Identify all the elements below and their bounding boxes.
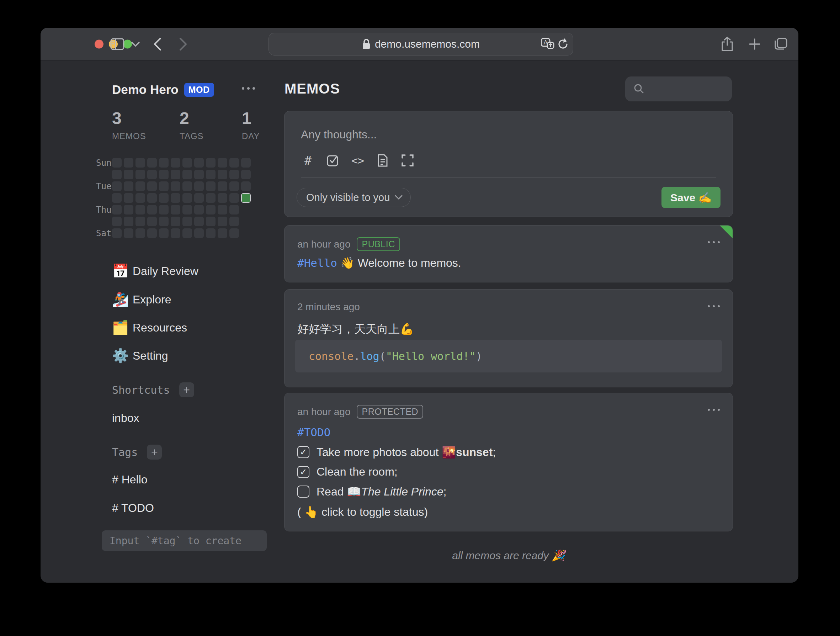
heatmap-cell[interactable] bbox=[136, 228, 145, 238]
translate-icon[interactable]: A bbox=[541, 33, 554, 55]
heatmap-cell[interactable] bbox=[124, 205, 133, 215]
heatmap-cell[interactable] bbox=[194, 205, 204, 215]
heatmap-cell[interactable] bbox=[229, 181, 239, 191]
fullscreen-icon[interactable] bbox=[400, 153, 415, 168]
search-input[interactable] bbox=[625, 76, 732, 101]
memo-more-icon[interactable] bbox=[708, 241, 720, 243]
save-button[interactable]: Save ✍️ bbox=[662, 187, 720, 208]
heatmap-cell[interactable] bbox=[182, 158, 192, 168]
heatmap-cell[interactable] bbox=[194, 217, 204, 226]
add-tag-button[interactable]: + bbox=[147, 445, 162, 460]
heatmap-cell[interactable] bbox=[229, 228, 239, 238]
heatmap-cell[interactable] bbox=[159, 205, 169, 215]
heatmap-cell[interactable] bbox=[229, 217, 239, 226]
heatmap-cell[interactable] bbox=[159, 170, 169, 179]
heatmap-cell[interactable] bbox=[241, 181, 251, 191]
heatmap-cell[interactable] bbox=[147, 170, 157, 179]
heatmap-cell[interactable] bbox=[206, 170, 216, 179]
sidebar-item-explore[interactable]: 🏂 Explore bbox=[112, 290, 171, 310]
heatmap-cell[interactable] bbox=[147, 205, 157, 215]
heatmap-cell[interactable] bbox=[194, 170, 204, 179]
heatmap-cell[interactable] bbox=[241, 193, 251, 203]
heatmap-cell[interactable] bbox=[159, 181, 169, 191]
heatmap-cell[interactable] bbox=[124, 158, 133, 168]
memo-input[interactable]: Any thoughts... bbox=[301, 127, 377, 142]
sidebar-item-resources[interactable]: 🗂️ Resources bbox=[112, 318, 187, 337]
memo-more-icon[interactable] bbox=[708, 409, 720, 411]
new-tab-icon[interactable] bbox=[748, 38, 761, 51]
heatmap-cell[interactable] bbox=[124, 228, 133, 238]
user-banner[interactable]: Demo Hero MOD bbox=[112, 80, 214, 99]
checklist-icon[interactable] bbox=[326, 153, 340, 168]
heatmap-cell[interactable] bbox=[206, 205, 216, 215]
heatmap-cell[interactable] bbox=[194, 181, 204, 191]
shortcut-item-inbox[interactable]: inbox bbox=[112, 411, 139, 425]
heatmap-cell[interactable] bbox=[182, 193, 192, 203]
heatmap-cell[interactable] bbox=[229, 205, 239, 215]
heatmap-cell[interactable] bbox=[171, 217, 180, 226]
heatmap-cell[interactable] bbox=[159, 193, 169, 203]
heatmap-cell[interactable] bbox=[206, 228, 216, 238]
heatmap-cell[interactable] bbox=[159, 228, 169, 238]
heatmap-cell[interactable] bbox=[229, 170, 239, 179]
tag-item-todo[interactable]: # TODO bbox=[112, 502, 154, 515]
tag-icon[interactable]: # bbox=[301, 153, 315, 168]
heatmap-cell[interactable] bbox=[136, 193, 145, 203]
forward-button[interactable] bbox=[179, 37, 187, 51]
heatmap-cell[interactable] bbox=[124, 181, 133, 191]
heatmap-cell[interactable] bbox=[241, 158, 251, 168]
checkbox-checked[interactable]: ✓ bbox=[297, 466, 309, 478]
heatmap-cell[interactable] bbox=[229, 158, 239, 168]
heatmap-cell[interactable] bbox=[147, 217, 157, 226]
heatmap-cell[interactable] bbox=[171, 193, 180, 203]
tag-link[interactable]: #Hello bbox=[297, 256, 337, 269]
url-bar[interactable]: demo.usememos.com A bbox=[268, 33, 573, 55]
heatmap-cell[interactable] bbox=[124, 170, 133, 179]
heatmap-cell[interactable] bbox=[124, 193, 133, 203]
user-more-icon[interactable] bbox=[242, 87, 255, 90]
heatmap-cell[interactable] bbox=[147, 158, 157, 168]
heatmap-cell[interactable] bbox=[171, 170, 180, 179]
heatmap-cell[interactable] bbox=[136, 205, 145, 215]
heatmap-cell[interactable] bbox=[147, 193, 157, 203]
checkbox-checked[interactable]: ✓ bbox=[297, 446, 309, 458]
toggle-sidebar-button[interactable] bbox=[110, 38, 125, 50]
heatmap-cell[interactable] bbox=[218, 217, 227, 226]
heatmap-cell[interactable] bbox=[194, 158, 204, 168]
code-icon[interactable]: <> bbox=[351, 153, 365, 168]
heatmap-cell[interactable] bbox=[147, 181, 157, 191]
heatmap-cell[interactable] bbox=[147, 228, 157, 238]
heatmap-cell[interactable] bbox=[124, 217, 133, 226]
add-shortcut-button[interactable]: + bbox=[179, 382, 194, 397]
heatmap-cell[interactable] bbox=[112, 217, 122, 226]
heatmap-cell[interactable] bbox=[112, 205, 122, 215]
sidebar-item-setting[interactable]: ⚙️ Setting bbox=[112, 346, 168, 365]
heatmap-cell[interactable] bbox=[136, 181, 145, 191]
heatmap-cell[interactable] bbox=[171, 158, 180, 168]
visibility-select[interactable]: Only visible to you bbox=[297, 188, 411, 207]
heatmap-cell[interactable] bbox=[206, 217, 216, 226]
heatmap-cell[interactable] bbox=[194, 193, 204, 203]
reload-icon[interactable] bbox=[557, 33, 568, 55]
heatmap-cell[interactable] bbox=[218, 205, 227, 215]
heatmap-cell[interactable] bbox=[182, 228, 192, 238]
heatmap-cell[interactable] bbox=[112, 158, 122, 168]
heatmap-cell[interactable] bbox=[218, 181, 227, 191]
heatmap-cell[interactable] bbox=[112, 181, 122, 191]
heatmap-cell[interactable] bbox=[136, 158, 145, 168]
heatmap-cell[interactable] bbox=[112, 228, 122, 238]
heatmap-cell[interactable] bbox=[136, 170, 145, 179]
sidebar-item-daily-review[interactable]: 📅 Daily Review bbox=[112, 261, 199, 281]
tag-item-hello[interactable]: # Hello bbox=[112, 473, 148, 486]
document-icon[interactable] bbox=[376, 153, 390, 168]
chevron-down-icon[interactable] bbox=[131, 41, 140, 47]
heatmap-cell[interactable] bbox=[171, 228, 180, 238]
close-button[interactable] bbox=[95, 40, 104, 48]
heatmap-cell[interactable] bbox=[218, 158, 227, 168]
heatmap-cell[interactable] bbox=[171, 181, 180, 191]
heatmap-cell[interactable] bbox=[159, 217, 169, 226]
tag-link[interactable]: #TODO bbox=[297, 426, 330, 439]
heatmap-cell[interactable] bbox=[182, 170, 192, 179]
heatmap-cell[interactable] bbox=[206, 181, 216, 191]
heatmap-cell[interactable] bbox=[112, 170, 122, 179]
